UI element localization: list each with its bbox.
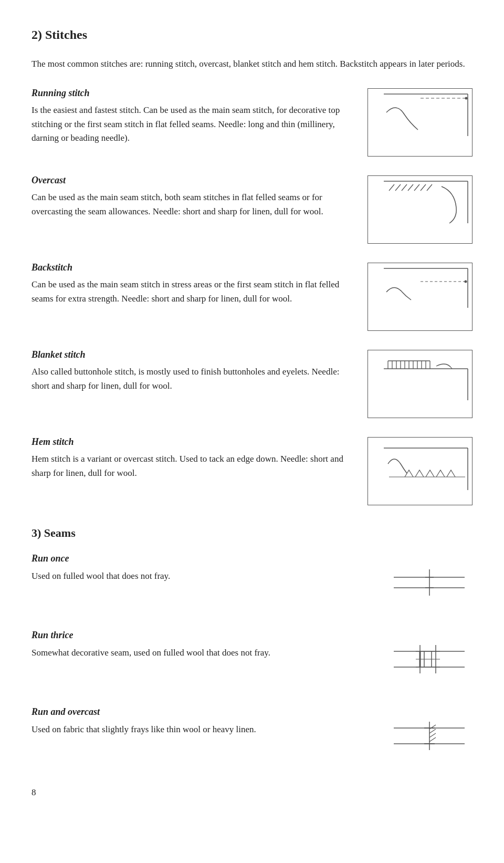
blanket-stitch-text: Blanket stitch Also called buttonhole st… (32, 348, 368, 393)
run-overcast-text: Run and overcast Used on fabric that sli… (32, 705, 368, 736)
stitches-intro: The most common stitches are: running st… (32, 57, 472, 71)
running-stitch-title: Running stitch (32, 86, 352, 101)
run-once-description: Used on fulled wool that does not fray. (32, 569, 352, 583)
overcast-stitch-text: Overcast Can be used as the main seam st… (32, 173, 368, 219)
backstitch-text: Backstitch Can be used as the main seam … (32, 261, 368, 306)
run-thrice-title: Run thrice (32, 628, 352, 643)
running-stitch-diagram (368, 88, 472, 157)
svg-line-53 (429, 729, 436, 733)
svg-point-16 (465, 280, 467, 283)
overcast-stitch-title: Overcast (32, 173, 352, 188)
backstitch-title: Backstitch (32, 261, 352, 275)
svg-line-54 (429, 733, 436, 737)
section3-title: 3) Seams (32, 524, 472, 542)
blanket-stitch-diagram (368, 350, 472, 418)
svg-line-6 (389, 184, 394, 191)
svg-point-3 (465, 97, 468, 99)
overcast-stitch-description: Can be used as the main seam stitch, bot… (32, 191, 352, 219)
overcast-stitch-diagram (368, 175, 472, 244)
running-stitch-description: Is the easiest and fastest stitch. Can b… (32, 103, 352, 145)
run-thrice-text: Run thrice Somewhat decorative seam, use… (32, 628, 368, 660)
blanket-stitch-title: Blanket stitch (32, 348, 352, 362)
hem-stitch-text: Hem stitch Hem stitch is a variant or ov… (32, 435, 368, 481)
hem-stitch-title: Hem stitch (32, 435, 352, 450)
svg-line-8 (402, 184, 407, 191)
svg-line-11 (421, 184, 426, 191)
run-thrice-description: Somewhat decorative seam, used on fulled… (32, 646, 352, 660)
run-thrice-section: Run thrice Somewhat decorative seam, use… (32, 628, 472, 688)
running-stitch-text: Running stitch Is the easiest and fastes… (32, 86, 368, 145)
hem-stitch-diagram (368, 437, 472, 505)
backstitch-section: Backstitch Can be used as the main seam … (32, 261, 472, 331)
hem-stitch-section: Hem stitch Hem stitch is a variant or ov… (32, 435, 472, 505)
blanket-stitch-description: Also called buttonhole stitch, is mostly… (32, 365, 352, 393)
backstitch-description: Can be used as the main seam stitch in s… (32, 278, 352, 306)
backstitch-diagram (368, 263, 472, 331)
run-once-title: Run once (32, 552, 352, 566)
run-overcast-section: Run and overcast Used on fabric that sli… (32, 705, 472, 765)
overcast-stitch-section: Overcast Can be used as the main seam st… (32, 173, 472, 244)
run-once-text: Run once Used on fulled wool that does n… (32, 552, 368, 583)
run-overcast-description: Used on fabric that slightly frays like … (32, 723, 352, 736)
running-stitch-section: Running stitch Is the easiest and fastes… (32, 86, 472, 157)
run-thrice-diagram (368, 630, 472, 688)
page-number: 8 (32, 786, 472, 799)
svg-line-55 (429, 737, 436, 742)
svg-line-10 (414, 184, 419, 191)
svg-line-9 (408, 184, 413, 191)
svg-line-7 (395, 184, 401, 191)
hem-stitch-description: Hem stitch is a variant or overcast stit… (32, 452, 352, 480)
section2-title: 2) Stitches (32, 25, 472, 45)
run-once-diagram (368, 554, 472, 611)
svg-line-12 (427, 184, 432, 191)
run-overcast-diagram (368, 707, 472, 765)
blanket-stitch-section: Blanket stitch Also called buttonhole st… (32, 348, 472, 418)
run-once-section: Run once Used on fulled wool that does n… (32, 552, 472, 611)
run-overcast-title: Run and overcast (32, 705, 352, 720)
